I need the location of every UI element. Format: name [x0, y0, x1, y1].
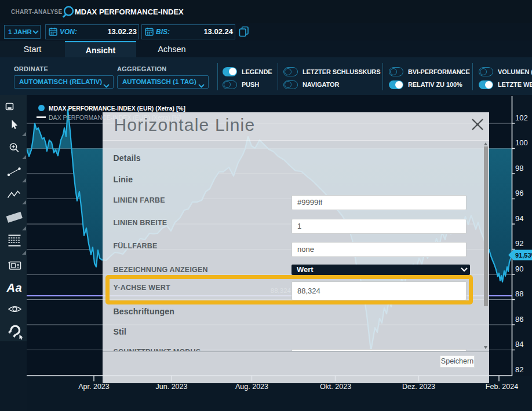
svg-text:98: 98 [515, 164, 523, 173]
svg-text:Feb. 2024: Feb. 2024 [486, 383, 518, 391]
svg-text:Aug. 2023: Aug. 2023 [235, 383, 268, 391]
svg-text:MDAX PERFORMANCE-INDEX (EUR) (: MDAX PERFORMANCE-INDEX (EUR) (Xetra) [%] [49, 105, 185, 112]
svg-text:Dez. 2023: Dez. 2023 [402, 383, 435, 391]
svg-text:91,53%: 91,53% [515, 252, 532, 259]
svg-text:100: 100 [515, 138, 528, 147]
svg-text:102: 102 [515, 113, 528, 122]
svg-text:Jun. 2023: Jun. 2023 [156, 383, 188, 391]
svg-text:86: 86 [515, 315, 523, 324]
svg-text:82: 82 [515, 365, 523, 374]
svg-text:96: 96 [515, 189, 523, 197]
svg-text:92: 92 [515, 239, 523, 248]
svg-text:Apr. 2023: Apr. 2023 [78, 383, 110, 391]
svg-text:Aa: Aa [6, 281, 23, 294]
svg-text:88: 88 [515, 289, 523, 298]
svg-text:94: 94 [515, 214, 523, 223]
svg-text:90: 90 [515, 265, 523, 273]
svg-text:Okt. 2023: Okt. 2023 [320, 383, 351, 391]
svg-text:84: 84 [515, 340, 523, 348]
